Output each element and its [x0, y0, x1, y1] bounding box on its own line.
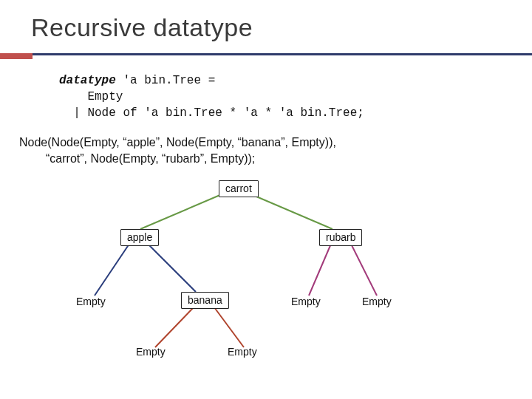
slide-title: Recursive datatype [31, 13, 253, 42]
edge-apple-empty [95, 244, 129, 296]
tree-leaf-rubarb-left: Empty [291, 296, 321, 307]
tree-node-carrot: carrot [219, 180, 259, 197]
edge-carrot-rubarb [251, 194, 332, 229]
edge-apple-banana [148, 244, 196, 292]
tree-node-rubarb: rubarb [319, 229, 362, 246]
code-expression: Node(Node(Empty, “apple”, Node(Empty, “b… [19, 134, 336, 167]
code-line2: “carrot”, Node(Empty, “rubarb”, Empty)); [19, 151, 336, 167]
tree-leaf-rubarb-right: Empty [362, 296, 392, 307]
underline-bar [33, 53, 532, 55]
edge-banana-empty-left [155, 307, 194, 347]
tree-leaf-apple-left: Empty [76, 296, 106, 307]
datatype-definition: datatype 'a bin.Tree = Empty | Node of '… [59, 72, 364, 121]
datatype-line2: Empty [59, 90, 123, 103]
tree-leaf-banana-right: Empty [228, 346, 257, 358]
keyword-datatype: datatype [59, 74, 116, 87]
tree-node-banana: banana [181, 292, 229, 309]
datatype-line1-rest: 'a bin.Tree = [116, 74, 215, 87]
edge-banana-empty-right [214, 307, 244, 347]
edge-carrot-apple [140, 194, 222, 229]
title-underline [0, 53, 532, 61]
edge-rubarb-empty-left [309, 244, 331, 296]
tree-node-apple: apple [120, 229, 159, 246]
edge-rubarb-empty-right [351, 244, 377, 296]
accent-bar [0, 53, 33, 59]
datatype-line3: | Node of 'a bin.Tree * 'a * 'a bin.Tree… [59, 106, 364, 120]
tree-leaf-banana-left: Empty [136, 346, 166, 358]
code-line1: Node(Node(Empty, “apple”, Node(Empty, “b… [19, 136, 336, 149]
